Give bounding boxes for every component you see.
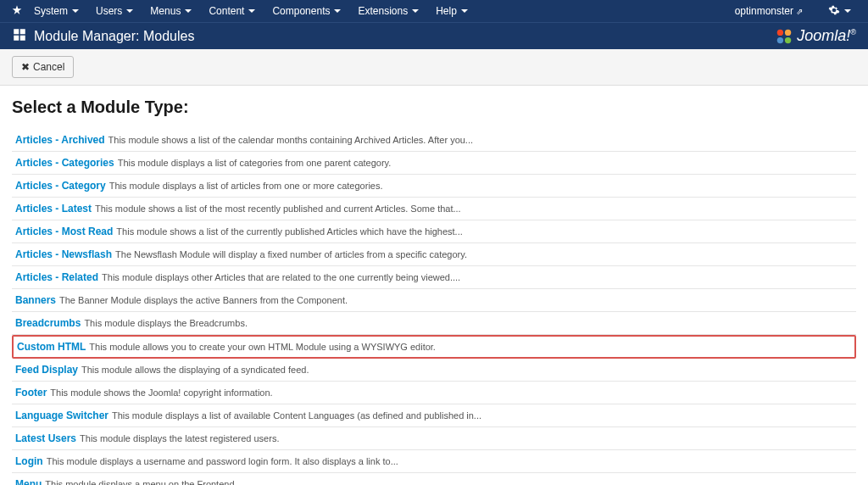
joomla-brand-text: Joomla!®: [797, 27, 856, 45]
module-type-desc: This module shows the Joomla! copyright …: [50, 387, 272, 398]
chevron-down-icon: [126, 9, 133, 13]
module-list-item: BreadcrumbsThis module displays the Brea…: [12, 312, 856, 335]
menu-menus[interactable]: Menus: [143, 1, 198, 21]
chevron-down-icon: [412, 9, 419, 13]
settings-menu[interactable]: [821, 0, 858, 23]
module-icon: [12, 27, 27, 46]
module-type-desc: This module displays a username and pass…: [47, 456, 398, 466]
module-type-desc: The Newsflash Module will display a fixe…: [115, 249, 467, 259]
module-type-desc: This module shows a list of the calendar…: [108, 135, 473, 145]
topbar-right: optinmonster ⇗: [728, 0, 858, 23]
module-type-link[interactable]: Custom HTML: [17, 341, 86, 353]
module-type-link[interactable]: Login: [15, 455, 43, 467]
module-type-desc: This module displays the latest register…: [80, 433, 279, 443]
menu-help[interactable]: Help: [429, 1, 475, 21]
close-icon: ✖: [21, 61, 30, 73]
module-type-desc: This module shows a list of the currentl…: [116, 226, 462, 237]
page-heading: Select a Module Type:: [12, 98, 856, 117]
chevron-down-icon: [334, 9, 341, 13]
module-type-link[interactable]: Articles - Archived: [15, 134, 105, 146]
topbar-left: System Users Menus Content Components Ex…: [10, 1, 475, 21]
module-list-item: Latest UsersThis module displays the lat…: [12, 427, 856, 450]
module-type-link[interactable]: Articles - Latest: [15, 203, 92, 215]
top-menu-bar: System Users Menus Content Components Ex…: [0, 0, 868, 22]
menu-content[interactable]: Content: [202, 1, 262, 21]
joomla-brand: Joomla!®: [775, 27, 856, 46]
module-type-desc: This module allows you to create your ow…: [89, 342, 436, 352]
external-link-icon: ⇗: [796, 7, 803, 16]
module-list-item: Articles - ArchivedThis module shows a l…: [12, 129, 856, 152]
module-type-link[interactable]: Breadcrumbs: [15, 317, 81, 329]
cancel-button[interactable]: ✖ Cancel: [12, 56, 74, 78]
menu-components[interactable]: Components: [265, 1, 348, 21]
module-type-desc: The Banner Module displays the active Ba…: [59, 295, 348, 305]
chevron-down-icon: [461, 9, 468, 13]
module-list-item: Articles - NewsflashThe Newsflash Module…: [12, 243, 856, 266]
joomla-icon: [10, 4, 24, 18]
module-type-link[interactable]: Articles - Most Read: [15, 226, 113, 237]
chevron-down-icon: [248, 9, 255, 13]
module-type-desc: This module shows a list of the most rec…: [95, 203, 461, 214]
module-list-item: Language SwitcherThis module displays a …: [12, 404, 856, 427]
module-list-item: Feed DisplayThis module allows the displ…: [12, 359, 856, 382]
svg-point-3: [785, 36, 791, 42]
module-type-link[interactable]: Articles - Categories: [15, 157, 114, 169]
module-list-item: Articles - LatestThis module shows a lis…: [12, 198, 856, 220]
main-content: Select a Module Type: Articles - Archive…: [0, 86, 868, 485]
module-type-link[interactable]: Language Switcher: [15, 410, 108, 421]
module-list-item: MenuThis module displays a menu on the F…: [12, 473, 856, 485]
module-type-link[interactable]: Articles - Newsflash: [15, 248, 112, 260]
module-type-desc: This module displays a list of categorie…: [118, 158, 392, 168]
module-list-item: BannersThe Banner Module displays the ac…: [12, 289, 856, 312]
menu-system[interactable]: System: [27, 1, 86, 21]
gear-icon: [828, 4, 840, 19]
module-type-link[interactable]: Articles - Related: [15, 271, 98, 283]
module-type-list: Articles - ArchivedThis module shows a l…: [12, 129, 856, 485]
module-list-item: Articles - CategoryThis module displays …: [12, 175, 856, 198]
module-list-item: FooterThis module shows the Joomla! copy…: [12, 382, 856, 404]
module-type-desc: This module displays a list of articles …: [109, 181, 383, 191]
module-type-link[interactable]: Articles - Category: [15, 180, 106, 192]
module-type-link[interactable]: Menu: [15, 478, 42, 485]
menu-users[interactable]: Users: [89, 1, 140, 21]
chevron-down-icon: [72, 9, 79, 13]
module-list-item: Custom HTMLThis module allows you to cre…: [12, 335, 856, 359]
site-name-link[interactable]: optinmonster ⇗: [728, 1, 810, 21]
chevron-down-icon: [844, 9, 851, 13]
module-type-desc: This module displays a list of available…: [112, 410, 481, 421]
svg-point-1: [785, 29, 791, 35]
svg-point-0: [777, 29, 783, 35]
page-header: Module Manager: Modules Joomla!®: [0, 22, 868, 49]
module-type-desc: This module displays the Breadcrumbs.: [84, 318, 248, 328]
menu-extensions[interactable]: Extensions: [351, 1, 426, 21]
module-type-link[interactable]: Latest Users: [15, 432, 76, 444]
module-list-item: Articles - Most ReadThis module shows a …: [12, 220, 856, 243]
module-type-desc: This module displays a menu on the Front…: [45, 479, 236, 485]
module-list-item: Articles - RelatedThis module displays o…: [12, 266, 856, 289]
module-type-link[interactable]: Banners: [15, 294, 56, 306]
module-type-desc: This module displays other Articles that…: [102, 272, 460, 282]
toolbar: ✖ Cancel: [0, 49, 868, 86]
joomla-logo-icon: [775, 27, 793, 46]
page-title-group: Module Manager: Modules: [12, 27, 194, 46]
module-type-desc: This module allows the displaying of a s…: [81, 365, 309, 375]
page-title: Module Manager: Modules: [34, 29, 194, 44]
module-type-link[interactable]: Footer: [15, 387, 47, 399]
module-list-item: LoginThis module displays a username and…: [12, 450, 856, 473]
module-type-link[interactable]: Feed Display: [15, 364, 78, 376]
chevron-down-icon: [185, 9, 192, 13]
module-list-item: Articles - CategoriesThis module display…: [12, 152, 856, 175]
svg-point-2: [777, 36, 783, 42]
